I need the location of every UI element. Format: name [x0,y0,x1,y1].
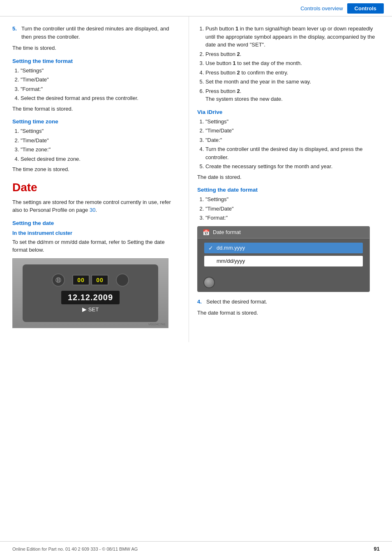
list-item: "Settings" [205,118,384,126]
setting-time-zone-heading: Setting time zone [12,118,180,125]
instrument-note: To set the dd/mm or mm/dd date format, r… [12,238,180,254]
via-idrive-note: The date is stored. [197,173,384,181]
controller-knob[interactable] [203,277,215,288]
list-item: Create the necessary settings for the mo… [205,162,384,171]
list-item: "Time/Date" [205,205,384,213]
date-format-titlebar: 📅 Date format [198,227,369,239]
date-format-option-2-label: mm/dd/yyyy [217,258,245,264]
setting-date-format-heading: Setting the date format [197,187,384,193]
cluster-set-label: ▶ SET [82,306,99,313]
cluster-date-display: 12.12.2009 [61,291,120,304]
list-item: "Time/Date" [205,127,384,135]
controls-overview-label: Controls overview [300,5,343,12]
date-format-option-2[interactable]: ✓ mm/dd/yyyy [204,256,363,266]
date-format-content: ✓ dd.mm.yyyy ✓ mm/dd/yyyy [198,239,369,271]
note-text: The time zone is stored. [12,165,180,174]
list-item: "Settings" [21,67,180,75]
list-item: "Time/Date" [21,76,180,84]
calendar-icon: 📅 [203,229,210,236]
list-item: 4. Select the desired format. [197,298,384,306]
list-item: 5. Turn the controller until the desired… [12,25,180,41]
list-item: Press button 2. [205,50,384,58]
instrument-steps-list: Push button 1 in the turn signal/high be… [205,25,384,103]
item-text: Select the desired format. [206,298,384,306]
list-item: Set the month and the year in the same w… [205,78,384,86]
in-instrument-cluster-heading: In the instrument cluster [12,230,180,236]
item-number: 5. [12,25,21,41]
page-link[interactable]: 30 [90,207,95,213]
setting-time-zone-list: "Settings" "Time/Date" "Time zone:" Sele… [21,127,180,163]
note-text: The time is stored. [12,44,180,52]
item-text: Turn the controller until the desired mi… [21,25,180,41]
list-item: Press button 2 to confirm the entry. [205,69,384,77]
main-content: 5. Turn the controller until the desired… [0,16,392,342]
list-item: "Format:" [21,85,180,93]
list-item: "Date:" [205,136,384,144]
date-format-option-1-label: dd.mm.yyyy [217,245,245,251]
controls-tab: Controls [347,3,384,14]
via-idrive-heading: Via iDrive [197,109,384,115]
svg-point-0 [56,278,61,283]
svg-rect-2 [59,278,60,282]
date-format-window: 📅 Date format ✓ dd.mm.yyyy ✓ mm/dd/yyyy [198,227,369,292]
setting-time-format-list: "Settings" "Time/Date" "Format:" Select … [21,67,180,102]
instrument-cluster-image: 00 00 12.12.2009 ▶ SET [12,258,168,328]
list-item: "Settings" [21,127,180,135]
setting-time-format-heading: Setting the time format [12,58,180,64]
right-column: Push button 1 in the turn signal/high be… [189,16,392,342]
list-item: Turn the controller until the desired da… [205,145,384,161]
list-item: "Settings" [205,195,384,204]
svg-rect-1 [57,278,58,282]
list-item: Select the desired format and press the … [21,94,180,102]
left-column: 5. Turn the controller until the desired… [0,16,189,342]
note-text: The time format is stored. [12,105,180,113]
via-idrive-list: "Settings" "Time/Date" "Date:" Turn the … [205,118,384,171]
date-section-title: Date [12,181,180,194]
date-format-option-1[interactable]: ✓ dd.mm.yyyy [204,243,363,253]
list-item: Select desired time zone. [21,155,180,163]
date-format-note: The date format is stored. [197,309,384,317]
list-item: Push button 1 in the turn signal/high be… [205,25,384,49]
page-header: Controls overview Controls [0,0,392,16]
list-item: "Time/Date" [21,137,180,145]
footer-text: Online Edition for Part no. 01 40 2 609 … [12,547,138,551]
setting-the-date-heading: Setting the date [12,220,180,226]
setting-date-format-list: "Settings" "Time/Date" "Format:" [205,195,384,222]
date-format-image: 📅 Date format ✓ dd.mm.yyyy ✓ mm/dd/yyyy [197,226,370,292]
list-item: Press button 2.The system stores the new… [205,87,384,103]
list-item: Use button 1 to set the day of the month… [205,59,384,67]
list-item: "Time zone:" [21,146,180,154]
date-intro-text: The settings are stored for the remote c… [12,198,180,214]
page-footer: Online Edition for Part no. 01 40 2 609 … [0,541,392,556]
checkmark-icon: ✓ [208,245,213,251]
page-number: 91 [374,546,380,552]
item-number: 4. [197,298,206,306]
list-item: "Format:" [205,214,384,222]
date-format-title: Date format [213,229,241,235]
